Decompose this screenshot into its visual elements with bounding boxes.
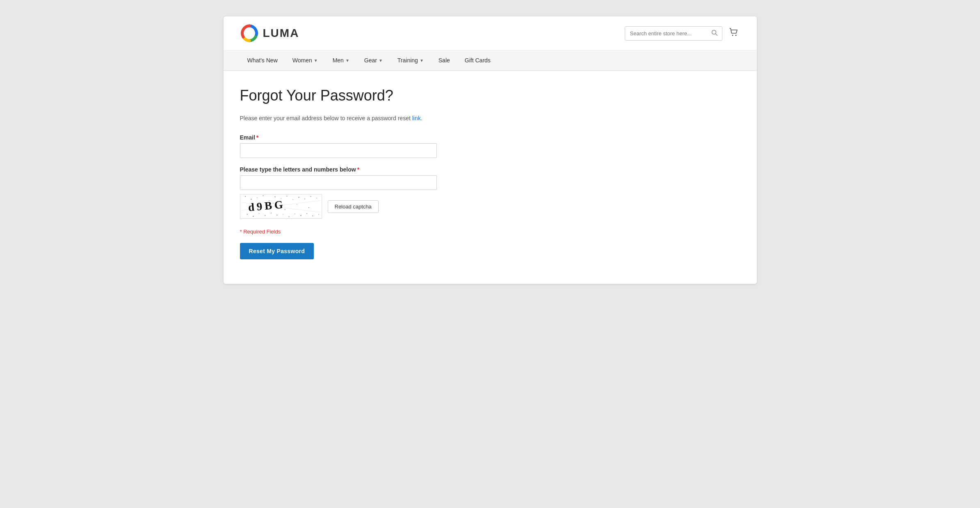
svg-point-18 <box>316 198 317 199</box>
required-fields-note: * Required Fields <box>240 229 740 235</box>
chevron-down-icon: ▼ <box>314 58 318 63</box>
captcha-label: Please type the letters and numbers belo… <box>240 166 740 173</box>
logo-text: LUMA <box>263 27 299 40</box>
email-field[interactable] <box>240 143 437 158</box>
logo-area: LUMA <box>240 24 299 43</box>
svg-point-7 <box>251 199 251 199</box>
svg-point-3 <box>732 35 733 36</box>
header-right <box>625 25 740 41</box>
nav-item-gear[interactable]: Gear ▼ <box>357 50 390 70</box>
svg-point-36 <box>296 204 297 204</box>
captcha-required-star: * <box>357 166 359 173</box>
svg-point-9 <box>263 195 263 196</box>
svg-point-25 <box>283 214 283 215</box>
reset-link-text: link. <box>412 115 423 121</box>
nav-label-training: Training <box>397 57 418 64</box>
reload-captcha-button[interactable]: Reload captcha <box>328 200 379 213</box>
svg-point-29 <box>306 213 307 214</box>
nav-item-training[interactable]: Training ▼ <box>390 50 431 70</box>
nav-item-women[interactable]: Women ▼ <box>285 50 325 70</box>
nav-label-sale: Sale <box>439 57 450 64</box>
reset-password-button[interactable]: Reset My Password <box>240 243 314 259</box>
nav-list: What's New Women ▼ Men ▼ Gear ▼ Training… <box>240 50 740 70</box>
chevron-down-icon: ▼ <box>420 58 424 63</box>
svg-point-26 <box>288 216 289 217</box>
svg-point-6 <box>245 196 246 197</box>
email-form-group: Email* <box>240 134 740 158</box>
svg-line-2 <box>715 34 717 35</box>
nav-item-whats-new[interactable]: What's New <box>240 50 285 70</box>
svg-point-20 <box>253 216 254 217</box>
search-button[interactable] <box>707 27 722 40</box>
intro-text: Please enter your email address below to… <box>240 114 740 123</box>
nav-label-gift-cards: Gift Cards <box>465 57 491 64</box>
svg-point-30 <box>312 215 313 216</box>
svg-point-11 <box>274 197 275 197</box>
search-icon <box>711 30 718 36</box>
svg-point-13 <box>286 196 287 197</box>
svg-point-17 <box>310 196 311 197</box>
nav-bar: What's New Women ▼ Men ▼ Gear ▼ Training… <box>224 50 757 71</box>
cart-button[interactable] <box>727 25 740 41</box>
svg-point-31 <box>318 214 319 215</box>
search-input[interactable] <box>625 27 707 39</box>
captcha-form-group: Please type the letters and numbers belo… <box>240 166 740 219</box>
chevron-down-icon: ▼ <box>345 58 350 63</box>
nav-label-whats-new: What's New <box>247 57 278 64</box>
svg-point-14 <box>292 199 293 200</box>
captcha-area: d9BG Reload captcha <box>240 194 740 219</box>
cart-icon <box>729 27 739 37</box>
nav-label-men: Men <box>333 57 344 64</box>
captcha-image: d9BG <box>240 194 322 219</box>
svg-point-37 <box>308 207 309 208</box>
chevron-down-icon: ▼ <box>379 58 383 63</box>
nav-label-women: Women <box>292 57 312 64</box>
svg-point-15 <box>298 197 299 198</box>
svg-point-21 <box>259 213 260 214</box>
header: LUMA <box>224 16 757 50</box>
svg-point-24 <box>276 215 277 215</box>
svg-point-27 <box>295 214 295 215</box>
svg-point-19 <box>247 214 247 215</box>
svg-point-16 <box>304 199 305 199</box>
svg-point-8 <box>257 197 258 198</box>
email-required-star: * <box>256 134 258 141</box>
nav-item-gift-cards[interactable]: Gift Cards <box>457 50 498 70</box>
luma-logo-icon <box>240 24 259 43</box>
main-content: Forgot Your Password? Please enter your … <box>224 71 757 284</box>
svg-point-22 <box>265 215 265 216</box>
svg-point-28 <box>300 215 301 216</box>
captcha-svg: d9BG <box>240 195 322 218</box>
svg-point-23 <box>270 213 271 214</box>
captcha-input[interactable] <box>240 175 437 190</box>
email-label: Email* <box>240 134 740 141</box>
page-wrapper: LUMA <box>224 16 757 284</box>
page-title: Forgot Your Password? <box>240 87 740 104</box>
svg-point-4 <box>735 35 736 36</box>
nav-label-gear: Gear <box>364 57 377 64</box>
search-wrapper <box>625 26 722 41</box>
nav-item-men[interactable]: Men ▼ <box>325 50 357 70</box>
nav-item-sale[interactable]: Sale <box>431 50 457 70</box>
